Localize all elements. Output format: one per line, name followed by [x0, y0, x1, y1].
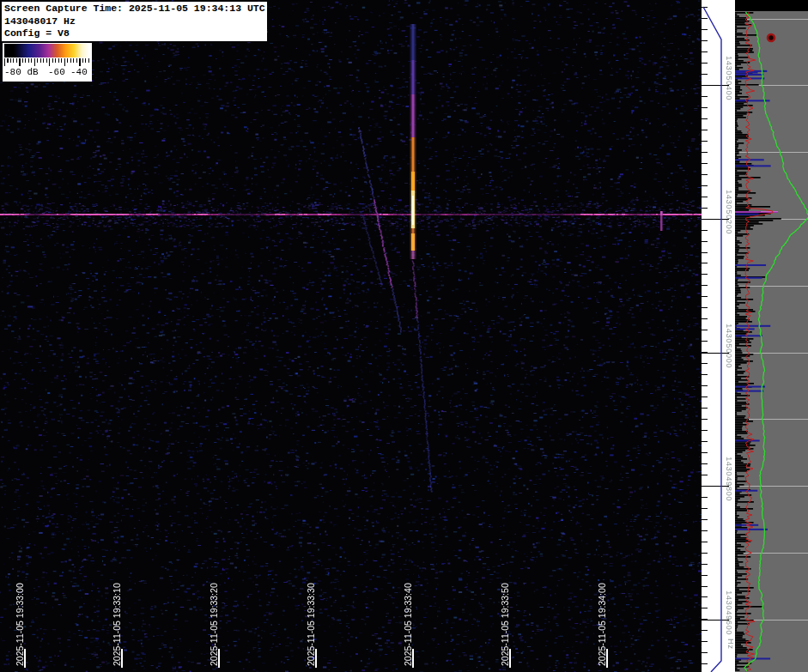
spectrum-amplitude-panel — [735, 0, 808, 672]
frequency-axis-label: 143050000 — [725, 324, 734, 368]
time-tick-mark — [218, 649, 220, 668]
frequency-text: 143048017 Hz — [4, 15, 267, 28]
colorbar-label-80db: -80 dB — [4, 67, 39, 77]
time-tick-mark — [412, 649, 414, 668]
frequency-axis-label: 143050400 — [725, 56, 734, 100]
colorbar-label-60: -60 — [48, 67, 65, 77]
time-tick-mark — [24, 649, 26, 668]
frequency-axis-label: 143049800 — [725, 457, 734, 501]
capture-time-text: Screen Capture Time: 2025-11-05 19:34:13… — [4, 3, 267, 15]
colorbar-label-40: -40 — [70, 67, 88, 77]
time-tick-mark — [509, 649, 511, 668]
time-tick-mark — [606, 649, 608, 668]
time-tick-mark — [121, 649, 123, 668]
amplitude-colorbar: -80 dB -60 -40 — [3, 43, 92, 82]
frequency-axis-label: 143050200 — [725, 190, 734, 234]
colorbar-gradient — [4, 44, 89, 58]
frequency-axis-label: 143049600 — [725, 590, 734, 635]
frequency-unit-label: Hz — [726, 639, 736, 650]
colorbar-labels: -80 dB -60 -40 — [3, 67, 92, 80]
time-tick-mark — [315, 649, 317, 668]
waterfall-display — [0, 0, 702, 672]
config-text: Config = V8 — [4, 27, 267, 40]
spectrum-lab-screen: Screen Capture Time: 2025-11-05 19:34:13… — [0, 0, 808, 672]
capture-info-box: Screen Capture Time: 2025-11-05 19:34:13… — [2, 2, 267, 41]
colorbar-tick-ruler — [4, 58, 89, 66]
